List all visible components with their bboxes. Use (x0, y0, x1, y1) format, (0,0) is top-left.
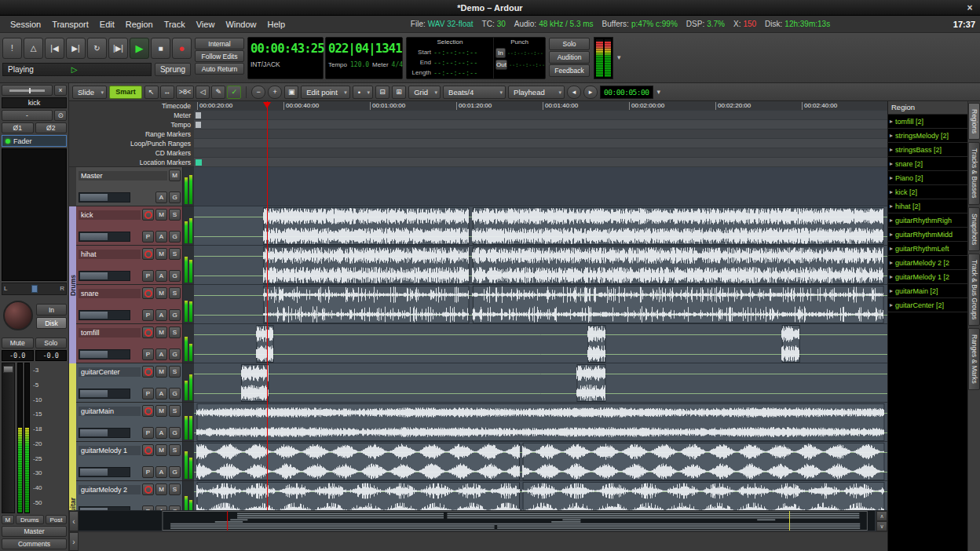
track-s-button[interactable]: S (169, 327, 181, 338)
edit-point-dropdown[interactable]: Edit point (301, 86, 350, 99)
phase-button-1[interactable]: Ø1 (2, 122, 34, 133)
expander-icon[interactable]: ▸ (890, 118, 893, 125)
secondary-clock[interactable]: 022|04|1341 Tempo 120.0 Meter 4/4 (325, 37, 403, 79)
tab-tracks-busses[interactable]: Tracks & Busses (968, 142, 980, 204)
region-item-guitarrhythmleft[interactable]: ▸guitarRhythmLeft (888, 242, 967, 255)
play-button[interactable]: ▶ (130, 38, 149, 59)
expander-icon[interactable]: ▸ (890, 188, 893, 195)
track-header-kick[interactable]: kickMSPAG (76, 206, 194, 246)
expander-icon[interactable]: ▸ (890, 174, 893, 181)
summary-zoom-up-button[interactable]: ∧ (876, 511, 887, 521)
strip-input-button[interactable]: - (2, 110, 53, 121)
track-p-button[interactable]: P (142, 231, 154, 243)
track-gain-fader[interactable] (79, 467, 130, 477)
pan-slider[interactable]: L R (2, 283, 67, 295)
group-strip-guitar[interactable]: Guitar (69, 363, 76, 510)
track-gain-fader[interactable] (79, 310, 130, 320)
peak-display[interactable]: -0.0 (35, 350, 68, 361)
ruler-label-cd-markers[interactable]: CD Markers (69, 148, 194, 158)
track-lane-kick[interactable] (194, 206, 887, 246)
track-p-button[interactable]: P (142, 270, 154, 282)
track-g-button[interactable]: G (169, 231, 181, 243)
tab-regions[interactable]: Regions (968, 103, 980, 140)
track-gain-fader[interactable] (79, 389, 130, 399)
track-m-button[interactable]: M (155, 209, 167, 221)
track-m-button[interactable]: M (155, 366, 167, 378)
track-header-hihat[interactable]: hihatMSPAG (76, 246, 194, 285)
track-header-tomfill[interactable]: tomfillMSPAG (76, 324, 194, 363)
track-g-button[interactable]: G (169, 192, 181, 203)
close-window-icon[interactable]: × (964, 2, 976, 14)
shuttle-mode-button[interactable]: Sprung (155, 63, 191, 76)
expander-icon[interactable]: ▸ (890, 259, 893, 266)
punch-out-button[interactable]: Out (495, 60, 507, 70)
region-item-stringsmelody-2[interactable]: ▸stringsMelody [2] (888, 129, 967, 142)
region-item-guitarrhythmmidd[interactable]: ▸guitarRhythmMidd (888, 228, 967, 241)
transport-overflow-icon[interactable]: ▾ (617, 53, 621, 61)
expander-icon[interactable]: ▸ (890, 287, 893, 294)
track-m-button[interactable]: M (155, 444, 167, 456)
ruler-label-location-markers[interactable]: Location Markers (69, 158, 194, 167)
track-name[interactable]: kick (79, 210, 141, 220)
grab-tool[interactable]: ↖ (144, 86, 159, 99)
grid-mode-dropdown[interactable]: Grid (408, 86, 441, 99)
track-lane-guitarcenter[interactable] (194, 363, 887, 403)
track-header-master[interactable]: MasterMAG (76, 167, 194, 206)
track-header-guitarmain[interactable]: guitarMainMSPAG (76, 403, 194, 442)
track-g-button[interactable]: G (169, 270, 181, 282)
track-record-button[interactable] (142, 444, 154, 456)
track-header-snare[interactable]: snareMSPAG (76, 285, 194, 324)
metronome-button[interactable]: △ (24, 38, 43, 59)
track-header-guitarmelody-1[interactable]: guitarMelody 1MSPAG (76, 442, 194, 481)
track-name[interactable]: guitarCenter (79, 367, 141, 377)
track-header-guitarmelody-2[interactable]: guitarMelody 2MSPAG (76, 481, 194, 510)
monitor-disk-button[interactable]: Disk (36, 317, 67, 329)
track-name[interactable]: guitarMain (79, 407, 141, 416)
ruler-label-loop-punch-ranges[interactable]: Loop/Punch Ranges (69, 139, 194, 148)
strip-m-button[interactable]: M (2, 515, 14, 524)
track-a-button[interactable]: A (155, 388, 167, 400)
track-m-button[interactable]: M (155, 327, 167, 338)
summary-overview[interactable] (79, 511, 875, 531)
track-a-button[interactable]: A (155, 192, 167, 203)
editor-canvas[interactable]: 00:00:20:0000:00:40:0000:01:00:0000:01:2… (194, 101, 887, 510)
track-g-button[interactable]: G (169, 348, 181, 360)
summary-zoom-down-button[interactable]: ∨ (876, 521, 887, 531)
track-g-button[interactable]: G (169, 309, 181, 321)
track-g-button[interactable]: G (169, 388, 181, 400)
menu-region[interactable]: Region (120, 20, 159, 29)
summary-scroll-left-button[interactable]: ‹ (69, 511, 79, 531)
snap-target-dropdown[interactable]: Playhead (508, 86, 565, 99)
track-record-button[interactable] (142, 405, 154, 417)
strip-drums-button[interactable]: Drums (16, 515, 44, 524)
zoom-fit-button[interactable]: ▣ (284, 86, 298, 99)
nudge-clock[interactable]: 00:00:05:00 (600, 86, 653, 99)
expander-icon[interactable]: ▸ (890, 217, 893, 224)
ruler-row-meter[interactable] (194, 111, 887, 120)
record-button[interactable]: ● (172, 38, 192, 59)
auto-return-button[interactable]: Auto Return (195, 63, 244, 75)
expander-icon[interactable]: ▸ (890, 146, 893, 153)
expander-icon[interactable]: ▸ (890, 273, 893, 280)
track-gain-fader[interactable] (79, 271, 130, 281)
region-item-guitarmelody-2-2[interactable]: ▸guitarMelody 2 [2 (888, 256, 967, 269)
nudge-back-button[interactable]: ◂ (567, 86, 581, 99)
track-lane-snare[interactable] (194, 285, 887, 324)
track-s-button[interactable]: S (169, 248, 181, 260)
solo-button[interactable]: Solo (549, 38, 590, 50)
track-p-button[interactable]: P (142, 388, 154, 400)
menu-edit[interactable]: Edit (94, 20, 120, 29)
track-s-button[interactable]: S (169, 287, 181, 299)
track-s-button[interactable]: S (169, 405, 181, 417)
playhead-marker-icon[interactable] (263, 102, 271, 108)
play-range-button[interactable]: |▶| (108, 38, 128, 59)
processor-box[interactable] (2, 148, 67, 281)
region-item-piano-2[interactable]: ▸Piano [2] (888, 171, 967, 184)
track-name[interactable]: hihat (79, 250, 141, 259)
pan-knob[interactable] (3, 301, 33, 330)
expander-icon[interactable]: ▸ (890, 231, 893, 238)
region-item-guitarmain-2[interactable]: ▸guitarMain [2] (888, 284, 967, 297)
track-name[interactable]: guitarMelody 2 (79, 485, 141, 494)
ruler-row-cd-markers[interactable] (194, 148, 887, 158)
region-item-snare-2[interactable]: ▸snare [2] (888, 157, 967, 170)
